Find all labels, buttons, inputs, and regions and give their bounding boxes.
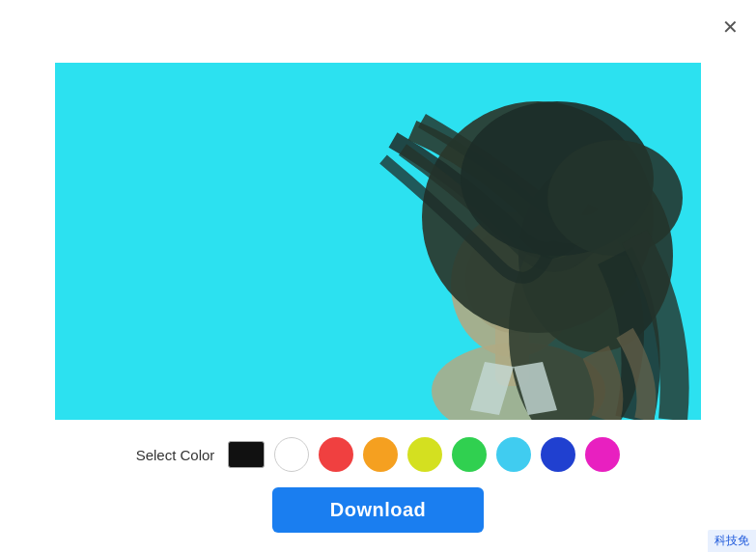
- color-circle-green[interactable]: [452, 437, 487, 472]
- watermark: 科技免: [708, 530, 756, 552]
- color-circle-magenta[interactable]: [585, 437, 620, 472]
- close-button[interactable]: ✕: [722, 17, 739, 37]
- color-circle-white[interactable]: [274, 437, 309, 472]
- color-circle-cyan[interactable]: [496, 437, 531, 472]
- download-button[interactable]: Download: [272, 487, 485, 533]
- color-picker-label: Select Color: [136, 447, 215, 463]
- color-swatch-black[interactable]: [228, 441, 265, 468]
- image-preview: [55, 63, 701, 420]
- color-circle-blue[interactable]: [541, 437, 575, 472]
- svg-rect-10: [55, 63, 701, 420]
- color-circle-orange[interactable]: [363, 437, 398, 472]
- color-circle-red[interactable]: [319, 437, 353, 472]
- color-circle-yellow-green[interactable]: [407, 437, 442, 472]
- color-picker-section: Select Color: [0, 437, 756, 472]
- download-section: Download: [0, 487, 756, 533]
